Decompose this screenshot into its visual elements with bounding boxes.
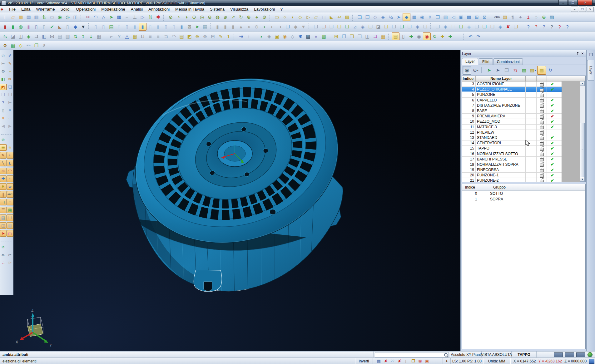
menu-file[interactable]: File	[6, 6, 18, 12]
tool-icon[interactable]: ◆	[292, 23, 300, 31]
target-box-icon[interactable]: ▣	[424, 358, 430, 364]
tool-icon[interactable]: ❒	[356, 32, 364, 40]
tool-icon[interactable]: E	[0, 183, 7, 190]
tool-icon[interactable]: ↻	[237, 13, 245, 21]
tool-icon[interactable]: ✏	[25, 42, 32, 49]
pin-icon[interactable]	[575, 52, 580, 56]
tool-icon[interactable]: ◪	[9, 32, 17, 40]
undo-icon[interactable]: ↶	[467, 32, 474, 40]
tool-icon[interactable]: 1	[524, 13, 532, 21]
tool-icon[interactable]: ⊙	[0, 52, 7, 59]
tool-icon[interactable]: ⇉	[371, 32, 379, 40]
tool-icon[interactable]: ▦	[7, 207, 13, 213]
layer-name[interactable]: PUNZONE-2	[476, 178, 526, 182]
tool-icon[interactable]: ▯	[64, 23, 72, 31]
visibility-check-icon[interactable]: ✔	[547, 98, 558, 103]
tab-layer[interactable]: Layer	[462, 58, 478, 65]
tool-icon[interactable]: ∴	[0, 259, 7, 266]
menu-visualizza[interactable]: Visualizza	[227, 6, 251, 12]
layer-name[interactable]: PREVIEW	[476, 130, 526, 135]
layer-index[interactable]: 12	[462, 130, 476, 135]
layer-table-header[interactable]: Indice Nome Layer	[462, 76, 585, 81]
menu-sistema[interactable]: Sistema	[207, 6, 227, 12]
tool-icon[interactable]: ≡	[154, 32, 162, 40]
tool-icon[interactable]: ◩	[186, 32, 193, 40]
tool-icon[interactable]: ✎	[0, 152, 7, 159]
delete-icon[interactable]: ✘	[382, 358, 389, 364]
tool-icon[interactable]: ◐	[268, 23, 276, 31]
tool-icon[interactable]: ❒	[32, 42, 40, 49]
layer-index[interactable]: 19	[462, 167, 476, 172]
layer-extra-cell[interactable]	[526, 130, 537, 135]
tool-icon[interactable]: ❒	[340, 32, 348, 40]
layer-name[interactable]: CAPPELLO	[476, 98, 526, 103]
tool-icon[interactable]: ❒	[488, 23, 496, 31]
tool-icon[interactable]: ▦	[131, 32, 139, 40]
tool-icon[interactable]: ↻	[431, 32, 439, 40]
tool-icon[interactable]: ◈	[265, 32, 273, 40]
tool-icon[interactable]: ❒	[0, 91, 7, 98]
tool-icon[interactable]: ⇋	[1, 32, 9, 40]
tool-icon[interactable]: ❐	[364, 13, 371, 21]
layer-extra-cell[interactable]	[526, 173, 537, 178]
layer-index[interactable]: 18	[462, 162, 476, 167]
tool-icon[interactable]: ⊙	[190, 13, 198, 21]
tool-icon[interactable]: ▯	[0, 107, 7, 114]
visibility-check-icon[interactable]: ✔	[547, 114, 558, 119]
tool-icon[interactable]: ▱	[312, 13, 320, 21]
tool-icon[interactable]: ≡	[146, 32, 154, 40]
tool-icon[interactable]: ⊞	[473, 13, 481, 21]
tool-icon[interactable]: ▯	[92, 23, 100, 31]
scale-readout[interactable]: LS: 1.00 PS: 1.00	[451, 358, 483, 364]
layer-name[interactable]: TAPPO	[476, 146, 526, 151]
tool-icon[interactable]: ⊐	[162, 32, 170, 40]
tool-icon[interactable]: ✚	[439, 32, 446, 40]
machining-icon[interactable]: ⚙	[1, 42, 9, 49]
tool-icon[interactable]: ❒	[328, 23, 335, 31]
tool-icon[interactable]: ◈	[25, 32, 32, 40]
tool-icon[interactable]: ➤	[193, 23, 201, 31]
tool-icon[interactable]: ✳	[0, 115, 7, 121]
resize-nub[interactable]	[589, 359, 594, 364]
tool-icon[interactable]: ▨	[320, 32, 328, 40]
save-icon[interactable]: ▤	[25, 13, 32, 21]
tool-icon[interactable]: 1	[225, 32, 232, 40]
tool-icon[interactable]: ◑	[276, 23, 284, 31]
tool-icon[interactable]: ◆	[72, 23, 79, 31]
visibility-check-icon[interactable]: ✔	[547, 167, 558, 172]
layer-extra-cell[interactable]	[526, 135, 537, 140]
tool-icon[interactable]: ◌	[532, 13, 540, 21]
tool-icon[interactable]: ❒	[367, 23, 374, 31]
tool-icon[interactable]: ▣	[457, 13, 465, 21]
menu-edita[interactable]: Edita	[18, 6, 33, 12]
tool-icon[interactable]: ▤	[0, 214, 7, 221]
tool-icon[interactable]: ▨	[343, 13, 351, 21]
unlock-icon[interactable]	[537, 119, 547, 124]
tool-icon[interactable]: ✂	[7, 252, 13, 258]
menu-wireframe[interactable]: Wireframe	[33, 6, 58, 12]
zoom-layer-icon[interactable]: ⊙▾	[471, 66, 480, 75]
tool-icon[interactable]: w	[7, 183, 13, 190]
tool-icon[interactable]: +	[517, 13, 524, 21]
tool-icon[interactable]: ▯	[399, 32, 407, 40]
layer-side-tab[interactable]: Layer	[587, 60, 594, 81]
tool-icon[interactable]: ◠	[170, 32, 178, 40]
tool-icon[interactable]: △	[123, 32, 131, 40]
layer-index[interactable]: 10	[462, 119, 476, 124]
tool-icon[interactable]: ❒	[335, 23, 343, 31]
tool-icon[interactable]: ✚	[0, 175, 7, 182]
visibility-check-icon[interactable]: ✔	[547, 146, 558, 151]
tool-icon[interactable]: ◫	[72, 13, 79, 21]
mdi-minimize-button[interactable]: –	[571, 7, 578, 12]
tool-icon[interactable]: ❒	[457, 23, 465, 31]
unlock-icon[interactable]	[537, 151, 547, 156]
layer-index[interactable]: 4	[462, 87, 476, 92]
tool-icon[interactable]: ◠	[92, 13, 100, 21]
menu-solidi[interactable]: Solidi	[58, 6, 73, 12]
tool-icon[interactable]: ❒	[512, 23, 520, 31]
tool-icon[interactable]: ▼	[7, 107, 13, 114]
color-swatch-2[interactable]	[565, 352, 574, 357]
delete-alt-icon[interactable]: ✘	[396, 358, 403, 364]
tool-icon[interactable]: ◻	[320, 13, 328, 21]
tool-icon[interactable]: ◈	[379, 13, 387, 21]
